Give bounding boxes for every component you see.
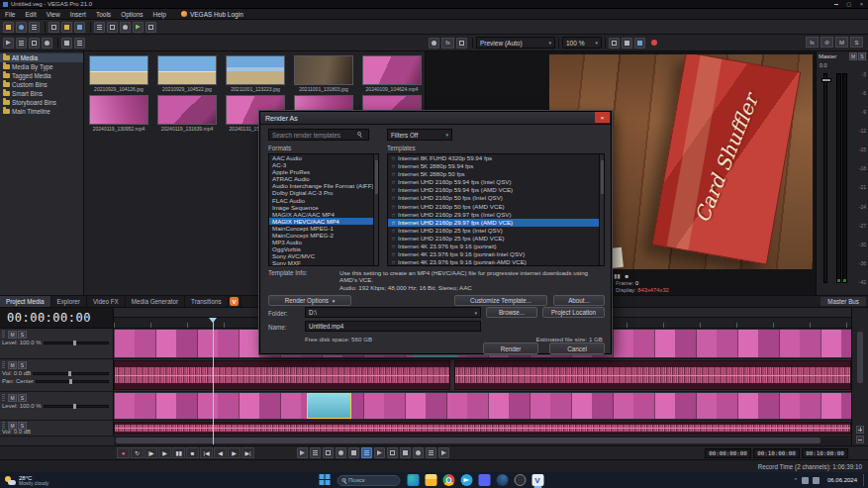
render-button[interactable]: Render — [483, 342, 538, 354]
zoom-tool-icon[interactable] — [42, 38, 52, 49]
cursor-timecode-display[interactable]: 00:00:00:00 — [0, 308, 114, 329]
audio-event[interactable] — [114, 422, 851, 435]
close-button[interactable]: × — [855, 0, 868, 8]
views-detail-icon[interactable] — [107, 22, 118, 33]
master-solo-button[interactable]: S — [858, 52, 866, 60]
template-item[interactable]: ☆ Internet 5K 2880p 59.94 fps — [388, 162, 604, 170]
steam-icon[interactable] — [496, 474, 508, 486]
master-s-button[interactable]: S — [850, 37, 863, 48]
track-grip-icon[interactable] — [2, 331, 5, 338]
tray-chevron-icon[interactable]: ⌃ — [794, 477, 798, 483]
formats-scrollbar[interactable] — [373, 154, 378, 265]
format-item[interactable]: Audio Interchange File Format (AIFF) — [269, 182, 378, 189]
master-fx-button[interactable]: fx — [806, 37, 819, 48]
media-thumbnail[interactable]: 20240119_131639.mp4 — [155, 95, 219, 132]
dialog-title-bar[interactable]: Render As × — [260, 112, 611, 125]
previous-frame-button[interactable]: ◀ — [214, 447, 227, 458]
timecode-field[interactable]: 00:00:00:00 — [705, 448, 751, 458]
tree-item[interactable]: All Media — [0, 53, 83, 62]
menu-item[interactable]: Help — [148, 11, 171, 18]
format-item[interactable]: Dolby Digital AC-3 Pro — [269, 189, 378, 196]
metronome-icon[interactable] — [438, 447, 449, 458]
media-thumbnail[interactable]: 20210929_104126.jpg — [87, 55, 150, 92]
timecode-field[interactable]: 00:10:00:00 — [802, 448, 848, 458]
media-thumbnail[interactable]: 20240119_130952.mp4 — [87, 95, 150, 132]
mixer-icon[interactable] — [426, 447, 436, 458]
tree-item[interactable]: Tagged Media — [0, 71, 83, 80]
tree-item[interactable]: Main Timeline — [0, 107, 83, 116]
folder-dropdown[interactable]: D:\ ▾ — [305, 307, 481, 318]
format-item[interactable]: OggVorbis — [269, 245, 378, 252]
edit-cursor[interactable] — [213, 318, 214, 444]
track-level-slider[interactable] — [44, 405, 109, 408]
track-lane-video-2[interactable] — [114, 392, 851, 421]
tree-item[interactable]: Smart Bins — [0, 89, 83, 98]
template-item[interactable]: ☆ Internet UHD 2160p 25 fps (AMD VCE) — [388, 235, 604, 243]
format-item[interactable]: ATRAC Audio — [269, 175, 378, 182]
project-location-button[interactable]: Project Location — [542, 307, 605, 318]
dock-tab[interactable]: Explorer — [51, 296, 87, 307]
about-button[interactable]: About... — [553, 295, 605, 306]
media-fx-icon[interactable] — [120, 22, 131, 33]
dock-tab[interactable]: Media Generator — [126, 296, 185, 307]
tab-vegas-hub[interactable]: V — [229, 296, 241, 307]
track-solo-button[interactable]: S — [18, 394, 27, 402]
track-solo-button[interactable]: S — [18, 361, 27, 369]
timecode-field[interactable]: 00:10:00:00 — [753, 448, 800, 458]
pause-button[interactable]: ▮▮ — [172, 447, 185, 458]
template-item[interactable]: ☆ Internet 4K 23.976 fps 9:16 (portrait) — [388, 243, 604, 250]
media-thumbnail[interactable]: 20211001_123223.jpg — [224, 55, 287, 92]
trim-icon[interactable] — [74, 38, 85, 49]
template-item[interactable]: ☆ Internet 4K 23.976 fps 9:16 (portrait-… — [388, 258, 604, 266]
dock-tab[interactable]: Video FX — [87, 296, 126, 307]
template-item[interactable]: ☆ Internet UHD 2160p 25 fps (Intel QSV) — [388, 227, 604, 235]
track-grip-icon[interactable] — [2, 361, 5, 368]
format-item[interactable]: MP3 Audio — [269, 239, 378, 245]
split-icon[interactable] — [61, 38, 72, 49]
project-settings-gear-icon[interactable] — [429, 38, 439, 49]
video-output-fx-button[interactable]: fx — [441, 38, 454, 49]
zoom-edit-tool-icon[interactable] — [336, 447, 346, 458]
format-item[interactable]: AAC Audio — [269, 154, 378, 161]
template-item[interactable]: ☆ Internet UHD 2160p 29.97 fps (AMD VCE) — [388, 219, 604, 227]
track-lane-audio-2[interactable] — [114, 421, 851, 437]
taskbar-date[interactable]: 06.06.2024 — [827, 477, 857, 483]
track-mute-button[interactable]: M — [8, 394, 17, 402]
track-level-slider[interactable] — [44, 342, 109, 344]
preview-grid-icon[interactable] — [456, 38, 467, 49]
start-button[interactable] — [319, 474, 331, 486]
lock-envelopes-icon[interactable] — [400, 447, 411, 458]
template-item[interactable]: ☆ Internet 5K 2880p 50 fps — [388, 170, 604, 178]
capture-video-icon[interactable] — [16, 22, 27, 33]
track-grip-icon[interactable] — [2, 394, 5, 401]
chrome-icon[interactable] — [442, 474, 454, 486]
tree-item[interactable]: Custom Bins — [0, 80, 83, 89]
normal-edit-tool-icon[interactable] — [297, 447, 308, 458]
file-name-input[interactable] — [305, 321, 481, 332]
master-mute-button[interactable]: ⊘ — [820, 37, 833, 48]
timeline-horizontal-scrollbar[interactable] — [114, 437, 851, 445]
play-button[interactable]: ▶ — [158, 447, 171, 458]
telegram-icon[interactable] — [460, 474, 472, 486]
open-project-icon[interactable] — [61, 22, 72, 33]
track-header-audio-2[interactable]: M S Vol: 0.0 dB — [0, 421, 114, 437]
minimize-button[interactable] — [829, 0, 842, 8]
auto-ripple-icon[interactable] — [387, 447, 398, 458]
import-media-icon[interactable] — [3, 22, 14, 33]
show-desktop-button[interactable] — [863, 474, 865, 486]
master-fader[interactable] — [823, 73, 827, 283]
tree-item[interactable]: Storyboard Bins — [0, 98, 83, 107]
scrollbar-thumb[interactable] — [857, 332, 863, 383]
obs-icon[interactable] — [514, 474, 526, 486]
split-trim-icon[interactable] — [348, 447, 359, 458]
track-mute-button[interactable]: M — [8, 331, 17, 339]
template-item[interactable]: ☆ Internet UHD 2160p 50 fps (Intel QSV) — [388, 194, 604, 202]
selection-edit-tool-icon[interactable] — [323, 447, 334, 458]
discord-icon[interactable] — [478, 474, 490, 486]
track-solo-button[interactable]: S — [18, 331, 27, 339]
record-button[interactable]: ● — [117, 447, 130, 458]
auto-crossfade-icon[interactable] — [374, 447, 385, 458]
menu-item[interactable]: Edit — [20, 11, 41, 18]
tree-item[interactable]: Media By Type — [0, 62, 83, 71]
snapping-icon[interactable] — [361, 447, 372, 458]
